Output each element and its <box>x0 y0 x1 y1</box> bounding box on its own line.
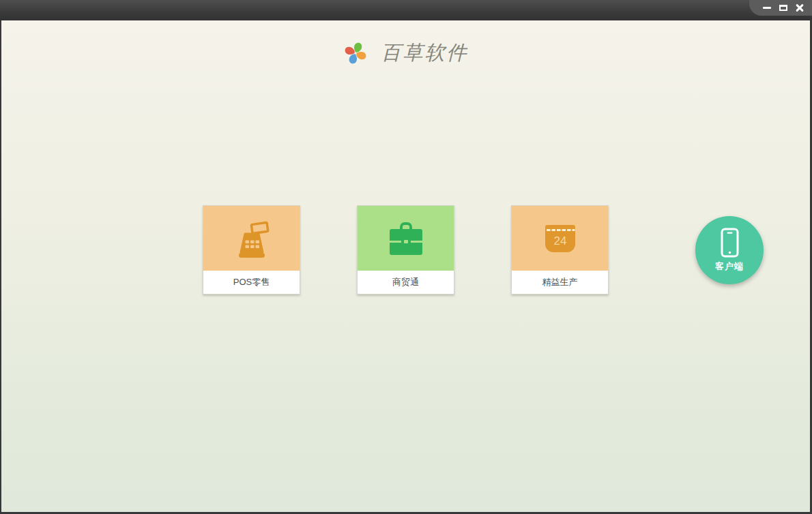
close-button[interactable] <box>792 0 808 16</box>
product-tile: 24 <box>512 206 608 271</box>
calendar-icon: 24 <box>545 224 576 253</box>
pinwheel-logo-icon <box>343 41 368 65</box>
product-card-lean[interactable]: 24 精益生产 <box>511 205 609 294</box>
maximize-icon <box>779 5 787 11</box>
product-label: POS零售 <box>203 271 300 294</box>
cash-register-icon <box>231 218 272 259</box>
client-button[interactable]: 客户端 <box>695 216 764 284</box>
smartphone-icon <box>721 228 739 258</box>
titlebar[interactable] <box>0 0 812 20</box>
client-label: 客户端 <box>715 260 744 273</box>
briefcase-icon <box>384 220 428 258</box>
minimize-icon <box>763 7 771 9</box>
minimize-button[interactable] <box>759 0 775 16</box>
brand-header: 百草软件 <box>1 38 810 68</box>
product-label: 商贸通 <box>358 271 454 294</box>
window-controls <box>749 0 812 16</box>
product-tile <box>203 206 300 271</box>
main-content: 百草软件 POS零售 <box>1 20 810 512</box>
maximize-button[interactable] <box>775 0 792 16</box>
calendar-day-text: 24 <box>553 235 566 247</box>
product-card-trade[interactable]: 商贸通 <box>357 205 454 294</box>
app-window: 百草软件 POS零售 <box>0 0 812 514</box>
product-tile <box>358 206 454 271</box>
app-title: 百草软件 <box>381 40 469 67</box>
product-label: 精益生产 <box>512 271 608 294</box>
product-card-pos[interactable]: POS零售 <box>203 205 300 294</box>
close-icon <box>795 3 804 13</box>
